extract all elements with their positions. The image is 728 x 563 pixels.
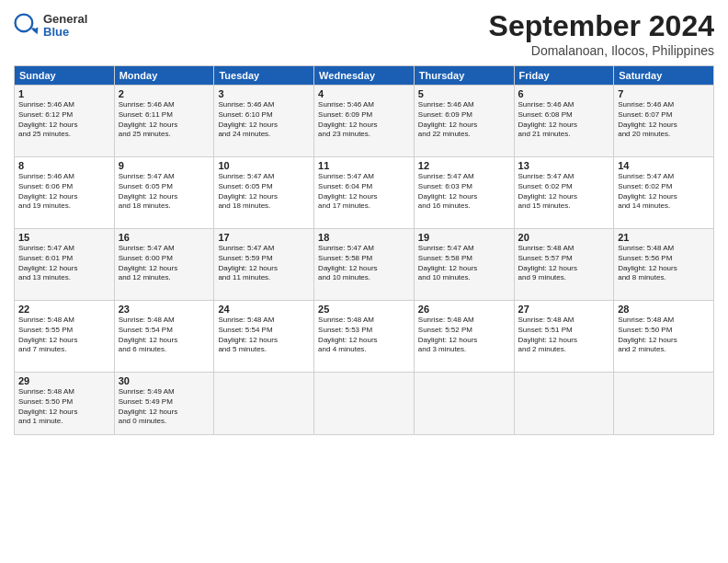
day-info: Sunrise: 5:47 AM Sunset: 6:00 PM Dayligh… (119, 244, 210, 283)
table-row: 13Sunrise: 5:47 AM Sunset: 6:02 PM Dayli… (514, 157, 614, 229)
table-row: 10Sunrise: 5:47 AM Sunset: 6:05 PM Dayli… (214, 157, 314, 229)
day-number: 11 (318, 160, 410, 171)
table-row: 9Sunrise: 5:47 AM Sunset: 6:05 PM Daylig… (114, 157, 214, 229)
day-number: 4 (318, 88, 410, 99)
location-title: Domalanoan, Ilocos, Philippines (489, 43, 714, 58)
calendar-page: General Blue September 2024 Domalanoan, … (0, 0, 728, 563)
day-info: Sunrise: 5:48 AM Sunset: 5:54 PM Dayligh… (119, 316, 210, 355)
day-info: Sunrise: 5:48 AM Sunset: 5:50 PM Dayligh… (618, 316, 710, 355)
col-monday: Monday (114, 66, 214, 86)
day-info: Sunrise: 5:48 AM Sunset: 5:51 PM Dayligh… (518, 316, 610, 355)
day-info: Sunrise: 5:48 AM Sunset: 5:56 PM Dayligh… (618, 244, 710, 283)
day-number: 22 (18, 304, 110, 315)
day-number: 3 (218, 88, 310, 99)
table-row: 3Sunrise: 5:46 AM Sunset: 6:10 PM Daylig… (214, 86, 314, 157)
day-info: Sunrise: 5:47 AM Sunset: 5:59 PM Dayligh… (218, 244, 310, 283)
table-row: 25Sunrise: 5:48 AM Sunset: 5:53 PM Dayli… (314, 301, 415, 373)
day-number: 20 (518, 232, 610, 243)
col-tuesday: Tuesday (214, 66, 314, 86)
logo-icon (14, 13, 40, 39)
day-number: 28 (618, 304, 710, 315)
day-info: Sunrise: 5:47 AM Sunset: 5:58 PM Dayligh… (418, 244, 510, 283)
day-info: Sunrise: 5:47 AM Sunset: 6:01 PM Dayligh… (18, 244, 110, 283)
day-info: Sunrise: 5:47 AM Sunset: 6:03 PM Dayligh… (418, 172, 510, 212)
day-number: 25 (318, 304, 410, 315)
table-row: 28Sunrise: 5:48 AM Sunset: 5:50 PM Dayli… (614, 301, 714, 373)
table-row: 21Sunrise: 5:48 AM Sunset: 5:56 PM Dayli… (614, 229, 714, 301)
table-row: 14Sunrise: 5:47 AM Sunset: 6:02 PM Dayli… (614, 157, 714, 229)
table-row: 6Sunrise: 5:46 AM Sunset: 6:08 PM Daylig… (514, 86, 614, 157)
day-number: 12 (418, 160, 510, 171)
col-saturday: Saturday (614, 66, 714, 86)
day-number: 19 (418, 232, 510, 243)
day-info: Sunrise: 5:46 AM Sunset: 6:10 PM Dayligh… (218, 100, 310, 140)
day-number: 29 (18, 375, 110, 386)
day-info: Sunrise: 5:47 AM Sunset: 5:58 PM Dayligh… (318, 244, 410, 283)
logo-text: General Blue (43, 13, 87, 40)
day-number: 7 (618, 88, 710, 99)
table-row: 19Sunrise: 5:47 AM Sunset: 5:58 PM Dayli… (414, 229, 514, 301)
table-row: 5Sunrise: 5:46 AM Sunset: 6:09 PM Daylig… (414, 86, 514, 157)
day-info: Sunrise: 5:47 AM Sunset: 6:02 PM Dayligh… (518, 172, 610, 212)
calendar-table: Sunday Monday Tuesday Wednesday Thursday… (14, 65, 714, 435)
day-number: 14 (618, 160, 710, 171)
table-row: 2Sunrise: 5:46 AM Sunset: 6:11 PM Daylig… (114, 86, 214, 157)
day-info: Sunrise: 5:46 AM Sunset: 6:08 PM Dayligh… (518, 100, 610, 140)
table-row: 30Sunrise: 5:49 AM Sunset: 5:49 PM Dayli… (114, 373, 214, 435)
day-info: Sunrise: 5:46 AM Sunset: 6:09 PM Dayligh… (418, 100, 510, 140)
day-info: Sunrise: 5:46 AM Sunset: 6:12 PM Dayligh… (18, 100, 110, 140)
header: General Blue September 2024 Domalanoan, … (14, 9, 714, 58)
table-row: 12Sunrise: 5:47 AM Sunset: 6:03 PM Dayli… (414, 157, 514, 229)
table-row: 27Sunrise: 5:48 AM Sunset: 5:51 PM Dayli… (514, 301, 614, 373)
title-block: September 2024 Domalanoan, Ilocos, Phili… (489, 9, 714, 58)
day-number: 9 (119, 160, 210, 171)
logo: General Blue (14, 13, 87, 40)
table-row: 1Sunrise: 5:46 AM Sunset: 6:12 PM Daylig… (15, 86, 115, 157)
day-number: 16 (119, 232, 210, 243)
day-info: Sunrise: 5:48 AM Sunset: 5:53 PM Dayligh… (318, 316, 410, 355)
day-number: 18 (318, 232, 410, 243)
table-row: 26Sunrise: 5:48 AM Sunset: 5:52 PM Dayli… (414, 301, 514, 373)
day-info: Sunrise: 5:48 AM Sunset: 5:50 PM Dayligh… (18, 387, 110, 427)
table-row: 20Sunrise: 5:48 AM Sunset: 5:57 PM Dayli… (514, 229, 614, 301)
day-info: Sunrise: 5:48 AM Sunset: 5:54 PM Dayligh… (218, 316, 310, 355)
day-number: 1 (18, 88, 110, 99)
table-row: 24Sunrise: 5:48 AM Sunset: 5:54 PM Dayli… (214, 301, 314, 373)
col-thursday: Thursday (414, 66, 514, 86)
day-number: 23 (119, 304, 210, 315)
day-number: 13 (518, 160, 610, 171)
table-row: 7Sunrise: 5:46 AM Sunset: 6:07 PM Daylig… (614, 86, 714, 157)
day-number: 24 (218, 304, 310, 315)
logo-general: General (43, 13, 87, 26)
day-info: Sunrise: 5:48 AM Sunset: 5:57 PM Dayligh… (518, 244, 610, 283)
day-info: Sunrise: 5:46 AM Sunset: 6:07 PM Dayligh… (618, 100, 710, 140)
day-info: Sunrise: 5:46 AM Sunset: 6:06 PM Dayligh… (18, 172, 110, 212)
day-number: 21 (618, 232, 710, 243)
day-number: 8 (18, 160, 110, 171)
day-number: 6 (518, 88, 610, 99)
table-row: 18Sunrise: 5:47 AM Sunset: 5:58 PM Dayli… (314, 229, 415, 301)
day-number: 5 (418, 88, 510, 99)
col-sunday: Sunday (15, 66, 115, 86)
day-info: Sunrise: 5:46 AM Sunset: 6:11 PM Dayligh… (119, 100, 210, 140)
table-row (314, 373, 415, 435)
header-row: Sunday Monday Tuesday Wednesday Thursday… (15, 66, 714, 86)
day-info: Sunrise: 5:49 AM Sunset: 5:49 PM Dayligh… (119, 387, 210, 427)
table-row: 4Sunrise: 5:46 AM Sunset: 6:09 PM Daylig… (314, 86, 415, 157)
month-title: September 2024 (489, 9, 714, 43)
day-info: Sunrise: 5:47 AM Sunset: 6:05 PM Dayligh… (218, 172, 310, 212)
table-row: 23Sunrise: 5:48 AM Sunset: 5:54 PM Dayli… (114, 301, 214, 373)
table-row: 16Sunrise: 5:47 AM Sunset: 6:00 PM Dayli… (114, 229, 214, 301)
table-row: 17Sunrise: 5:47 AM Sunset: 5:59 PM Dayli… (214, 229, 314, 301)
table-row: 11Sunrise: 5:47 AM Sunset: 6:04 PM Dayli… (314, 157, 415, 229)
table-row (614, 373, 714, 435)
day-number: 17 (218, 232, 310, 243)
table-row: 15Sunrise: 5:47 AM Sunset: 6:01 PM Dayli… (15, 229, 115, 301)
table-row (214, 373, 314, 435)
day-info: Sunrise: 5:47 AM Sunset: 6:05 PM Dayligh… (119, 172, 210, 212)
col-wednesday: Wednesday (314, 66, 415, 86)
day-info: Sunrise: 5:48 AM Sunset: 5:52 PM Dayligh… (418, 316, 510, 355)
col-friday: Friday (514, 66, 614, 86)
svg-point-0 (16, 15, 33, 32)
table-row: 8Sunrise: 5:46 AM Sunset: 6:06 PM Daylig… (15, 157, 115, 229)
